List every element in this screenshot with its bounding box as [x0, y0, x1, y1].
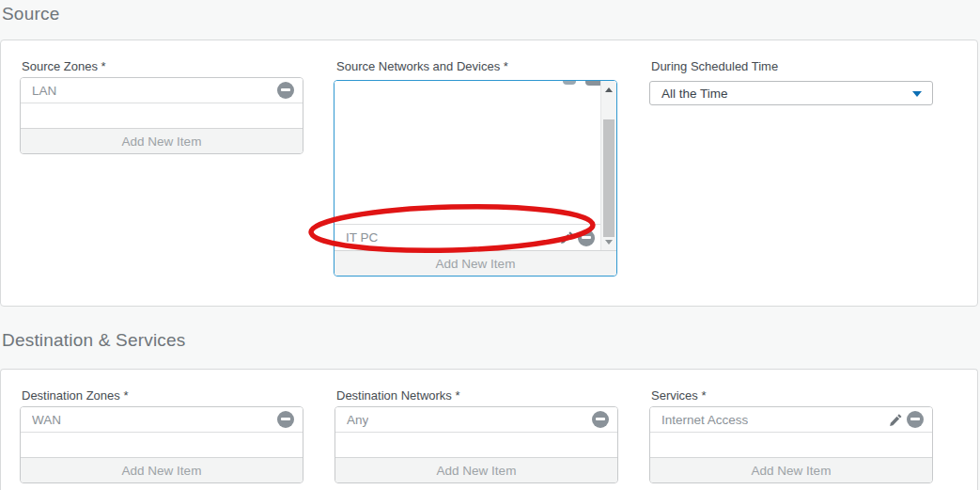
remove-icon[interactable]: [277, 82, 294, 99]
destination-zone-item: WAN: [21, 407, 303, 433]
remove-icon[interactable]: [277, 411, 294, 428]
caret-down-icon: [912, 91, 922, 97]
service-item: Internet Access: [650, 407, 932, 433]
destination-panel: Destination Zones * Destination Networks…: [0, 369, 978, 490]
schedule-dropdown[interactable]: All the Time: [649, 81, 933, 105]
destination-zone-item-label: WAN: [32, 413, 61, 427]
empty-row: [21, 103, 303, 128]
source-networks-scroll-area[interactable]: IT PC: [334, 81, 616, 250]
source-networks-label: Source Networks and Devices *: [336, 59, 508, 73]
section-title-source: Source: [2, 4, 59, 24]
schedule-label: During Scheduled Time: [651, 59, 778, 73]
destination-zones-add-button[interactable]: Add New Item: [21, 457, 303, 482]
source-network-item-label: IT PC: [346, 230, 378, 245]
source-zones-add-button[interactable]: Add New Item: [21, 128, 303, 153]
empty-row: [650, 433, 932, 457]
remove-icon[interactable]: [907, 411, 924, 428]
empty-row: [21, 433, 303, 457]
source-zone-item: LAN: [21, 78, 303, 103]
edit-icon[interactable]: [889, 413, 903, 427]
source-zone-item-label: LAN: [32, 84, 56, 98]
schedule-dropdown-value: All the Time: [661, 87, 728, 101]
source-zones-label: Source Zones *: [22, 59, 106, 73]
remove-icon[interactable]: [592, 411, 609, 428]
empty-row: [335, 433, 617, 457]
destination-zones-label: Destination Zones *: [22, 388, 128, 403]
services-label: Services *: [651, 388, 707, 403]
edit-icon[interactable]: [560, 230, 574, 245]
clipped-pencil-icon: [563, 81, 576, 85]
scrollbar[interactable]: [600, 81, 616, 250]
scroll-up-icon[interactable]: [601, 83, 616, 96]
section-title-destination: Destination & Services: [2, 330, 186, 351]
destination-network-item: Any: [335, 407, 617, 433]
scrollbar-thumb[interactable]: [603, 119, 614, 237]
destination-networks-add-button[interactable]: Add New Item: [335, 457, 617, 482]
firewall-rule-form: Source Source Zones * Source Networks an…: [0, 0, 980, 490]
source-zones-listbox: LAN Add New Item: [20, 77, 303, 154]
destination-networks-listbox: Any Add New Item: [334, 406, 618, 483]
destination-networks-label: Destination Networks *: [336, 388, 460, 403]
remove-icon[interactable]: [578, 229, 595, 246]
source-network-item: IT PC: [334, 224, 600, 250]
source-networks-add-button[interactable]: Add New Item: [334, 250, 616, 276]
scroll-down-icon[interactable]: [601, 235, 616, 248]
source-networks-listbox: IT PC Add New Item: [334, 80, 617, 277]
destination-network-item-label: Any: [347, 413, 368, 427]
destination-zones-listbox: WAN Add New Item: [20, 406, 303, 483]
services-listbox: Internet Access Add New Item: [649, 406, 933, 483]
services-add-button[interactable]: Add New Item: [650, 457, 932, 482]
service-item-label: Internet Access: [661, 413, 748, 427]
